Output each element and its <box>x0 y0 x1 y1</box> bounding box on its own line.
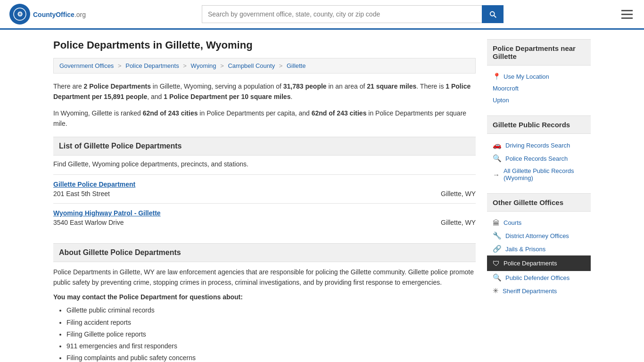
breadcrumb-gillette[interactable]: Gillette <box>287 62 305 69</box>
breadcrumb-sep-1: > <box>118 62 122 69</box>
menu-button[interactable] <box>619 8 635 21</box>
defender-icon: 🔍 <box>493 273 502 282</box>
dept-entry-1: Gillette Police Department 201 East 5th … <box>53 174 476 203</box>
desc-mid3: . There is <box>416 82 446 90</box>
sidebar-public-defender[interactable]: 🔍 Public Defender Offices <box>487 271 591 284</box>
desc-mid4: , and <box>147 93 164 100</box>
courts-icon: 🏛 <box>493 219 500 227</box>
sidebar-courts[interactable]: 🏛 Courts <box>487 216 591 229</box>
search-input[interactable] <box>202 5 482 23</box>
sidebar-district-attorney[interactable]: 🔧 District Attorney Offices <box>487 229 591 242</box>
list-item: 911 emergencies and first responders <box>66 340 476 352</box>
desc-area: 21 square miles <box>367 82 416 90</box>
desc-population: 31,783 people <box>283 82 327 90</box>
dept-address-2: 3540 East Warlow Drive <box>53 219 124 226</box>
search-circle-icon: 🔍 <box>493 154 502 163</box>
use-location-link[interactable]: 📍 Use My Location <box>487 70 591 82</box>
breadcrumb-sep-4: > <box>279 62 283 69</box>
header: ⚙ CountyOffice.org <box>0 0 644 30</box>
sidebar-nearby-moorcroft[interactable]: Moorcroft <box>487 82 591 94</box>
about-desc: Police Departments in Gillette, WY are l… <box>53 267 476 288</box>
attorney-label: District Attorney Offices <box>505 232 569 239</box>
courts-label: Courts <box>504 219 521 226</box>
dept-entry-2: Wyoming Highway Patrol - Gillette 3540 E… <box>53 203 476 232</box>
sidebar-sheriff-depts[interactable]: ✳ Sheriff Departments <box>487 284 591 297</box>
jails-label: Jails & Prisons <box>505 246 545 253</box>
sidebar-nearby-block: Police Departments near Gillette 📍 Use M… <box>487 39 591 106</box>
logo-text: CountyOffice.org <box>33 9 86 19</box>
about-section-heading: About Gillette Police Departments <box>53 243 476 262</box>
dept-address-row-1: 201 East 5th Street Gillette, WY <box>53 190 476 197</box>
content-area: Police Departments in Gillette, Wyoming … <box>53 39 476 362</box>
sidebar-jails-prisons[interactable]: 🔗 Jails & Prisons <box>487 242 591 255</box>
sidebar-police-depts-active[interactable]: 🛡 Police Departments <box>487 255 591 271</box>
driving-records-label: Driving Records Search <box>505 142 570 149</box>
logo-icon: ⚙ <box>9 4 30 25</box>
defender-label: Public Defender Offices <box>505 274 570 281</box>
sidebar-nearby-title: Police Departments near Gillette <box>487 39 591 66</box>
list-item: Filing accident reports <box>66 317 476 329</box>
sidebar: Police Departments near Gillette 📍 Use M… <box>487 39 591 362</box>
sidebar-nearby-upton[interactable]: Upton <box>487 94 591 106</box>
main-container: Police Departments in Gillette, Wyoming … <box>44 30 600 362</box>
logo-area: ⚙ CountyOffice.org <box>9 4 86 25</box>
dept-address-1: 201 East 5th Street <box>53 190 110 197</box>
all-records-label: All Gillette Public Records (Wyoming) <box>504 167 585 181</box>
search-area <box>202 5 504 23</box>
shield-icon: 🛡 <box>493 259 500 267</box>
sidebar-police-records[interactable]: 🔍 Police Records Search <box>487 152 591 165</box>
desc-mid2: in an area of <box>327 82 367 90</box>
breadcrumb-sep-2: > <box>183 62 187 69</box>
list-item: Filing Gillette police reports <box>66 329 476 340</box>
breadcrumb-police-depts[interactable]: Police Departments <box>125 62 179 69</box>
list-section-heading: List of Gillette Police Departments <box>53 137 476 156</box>
desc-end: . <box>290 93 292 100</box>
dept-name-1[interactable]: Gillette Police Department <box>53 181 476 188</box>
desc-count: 2 Police Departments <box>84 82 151 90</box>
svg-text:⚙: ⚙ <box>17 10 23 18</box>
location-pin-icon: 📍 <box>493 73 501 80</box>
attorney-icon: 🔧 <box>493 231 502 240</box>
sidebar-offices-block: Other Gillette Offices 🏛 Courts 🔧 Distri… <box>487 193 591 297</box>
breadcrumb-sep-3: > <box>220 62 224 69</box>
breadcrumb: Government Offices > Police Departments … <box>53 58 476 74</box>
list-sub-desc: Find Gillette, Wyoming police department… <box>53 160 476 168</box>
arrow-right-icon: → <box>493 171 500 179</box>
dept-city-state-1: Gillette, WY <box>441 190 476 197</box>
desc-rank-text: In Wyoming, Gillette is ranked <box>53 109 143 117</box>
dept-name-2[interactable]: Wyoming Highway Patrol - Gillette <box>53 209 476 217</box>
desc-rank1: 62nd of 243 cities <box>143 109 198 117</box>
bullet-list: Gillette public criminal records Filing … <box>53 304 476 362</box>
car-icon: 🚗 <box>493 141 502 149</box>
search-button[interactable] <box>482 5 504 23</box>
sheriff-label: Sheriff Departments <box>503 288 557 295</box>
page-title: Police Departments in Gillette, Wyoming <box>53 39 476 51</box>
sidebar-all-public-records[interactable]: → All Gillette Public Records (Wyoming) <box>487 165 591 184</box>
jails-icon: 🔗 <box>493 245 502 253</box>
breadcrumb-gov-offices[interactable]: Government Offices <box>59 62 114 69</box>
description-para-1: There are 2 Police Departments in Gillet… <box>53 81 476 102</box>
sheriff-icon: ✳ <box>493 287 499 295</box>
police-records-label: Police Records Search <box>505 155 568 162</box>
police-depts-label: Police Departments <box>504 260 557 267</box>
desc-rank-mid: in Police Departments per capita, and <box>198 109 311 117</box>
desc-rank2: 62nd of 243 cities <box>312 109 367 117</box>
description-para-2: In Wyoming, Gillette is ranked 62nd of 2… <box>53 108 476 129</box>
dept-address-row-2: 3540 East Warlow Drive Gillette, WY <box>53 219 476 226</box>
sidebar-driving-records[interactable]: 🚗 Driving Records Search <box>487 139 591 152</box>
list-item: Gillette public criminal records <box>66 304 476 316</box>
desc-per2: 1 Police Department per 10 square miles <box>164 93 290 100</box>
use-location-label: Use My Location <box>504 73 549 80</box>
sidebar-records-block: Gillette Public Records 🚗 Driving Record… <box>487 115 591 184</box>
sidebar-offices-title: Other Gillette Offices <box>487 193 591 212</box>
contact-label: You may contact the Police Department fo… <box>53 293 476 301</box>
desc-intro: There are <box>53 82 84 90</box>
breadcrumb-campbell[interactable]: Campbell County <box>228 62 275 69</box>
list-item: Filing complaints and public safety conc… <box>66 352 476 362</box>
sidebar-records-title: Gillette Public Records <box>487 115 591 134</box>
breadcrumb-wyoming[interactable]: Wyoming <box>191 62 216 69</box>
dept-city-state-2: Gillette, WY <box>441 219 476 226</box>
desc-mid1: in Gillette, Wyoming, serving a populati… <box>151 82 283 90</box>
